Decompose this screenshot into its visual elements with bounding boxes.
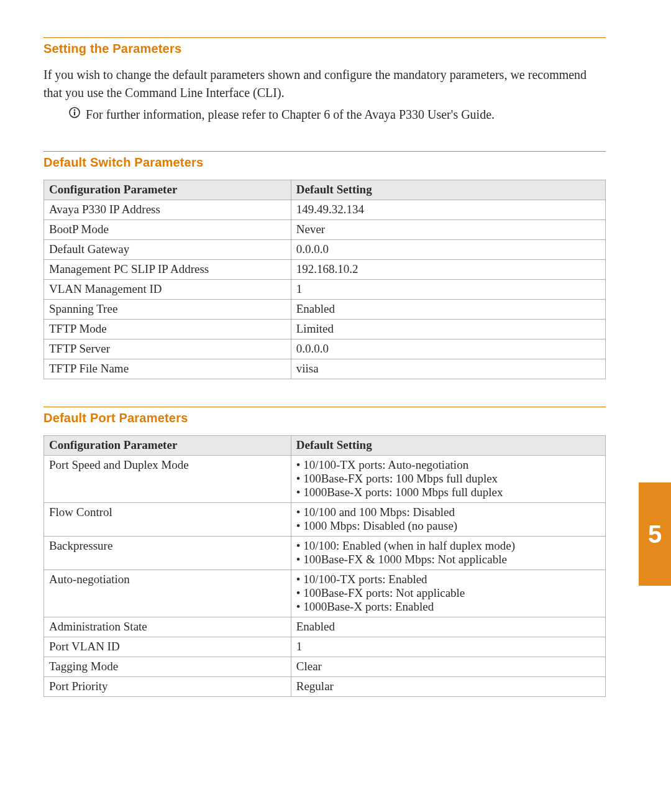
cell-param: TFTP Server <box>44 339 291 359</box>
svg-point-1 <box>74 109 76 111</box>
table-row: Port VLAN ID1 <box>44 637 606 657</box>
list-item: 100Base-FX & 1000 Mbps: Not applicable <box>296 553 600 566</box>
list-item: 10/100: Enabled (when in half duplex mod… <box>296 539 600 553</box>
table-row: TFTP File Nameviisa <box>44 359 606 379</box>
cell-param: Administration State <box>44 617 291 637</box>
list-item: 1000Base-X ports: 1000 Mbps full duplex <box>296 486 600 499</box>
cell-setting: 10/100-TX ports: Auto-negotiation100Base… <box>291 456 605 503</box>
table-row: Spanning TreeEnabled <box>44 300 606 320</box>
section-rule <box>43 151 606 152</box>
cell-setting: Clear <box>291 657 605 677</box>
table-switch-parameters: Configuration Parameter Default Setting … <box>43 180 606 379</box>
cell-setting: 0.0.0.0 <box>291 240 605 260</box>
table-row: TFTP ModeLimited <box>44 320 606 339</box>
cell-list: 10/100-TX ports: Auto-negotiation100Base… <box>296 458 600 499</box>
svg-rect-2 <box>74 112 75 116</box>
list-item: 10/100-TX ports: Auto-negotiation <box>296 458 600 472</box>
list-item: 100Base-FX ports: Not applicable <box>296 586 600 600</box>
cell-list: 10/100-TX ports: Enabled100Base-FX ports… <box>296 573 600 614</box>
table-row: Tagging ModeClear <box>44 657 606 677</box>
cell-param: Management PC SLIP IP Address <box>44 260 291 280</box>
page-tab-number: 5 <box>648 520 662 548</box>
cell-list: 10/100 and 100 Mbps: Disabled1000 Mbps: … <box>296 505 600 533</box>
info-icon <box>68 106 81 124</box>
table-row: Administration StateEnabled <box>44 617 606 637</box>
section-rule <box>43 407 606 407</box>
cell-param: Spanning Tree <box>44 300 291 320</box>
heading-default-port-parameters: Default Port Parameters <box>43 411 606 425</box>
cell-param: TFTP Mode <box>44 320 291 339</box>
info-note: For further information, please refer to… <box>68 106 606 124</box>
cell-param: Port Priority <box>44 677 291 697</box>
heading-setting-parameters: Setting the Parameters <box>43 42 606 56</box>
cell-param: Port Speed and Duplex Mode <box>44 456 291 503</box>
table-row: Backpressure10/100: Enabled (when in hal… <box>44 537 606 570</box>
cell-setting: 0.0.0.0 <box>291 339 605 359</box>
cell-setting: 10/100: Enabled (when in half duplex mod… <box>291 537 605 570</box>
col-header-default-setting: Default Setting <box>291 436 605 456</box>
cell-param: Flow Control <box>44 503 291 537</box>
cell-setting: Limited <box>291 320 605 339</box>
cell-setting: Regular <box>291 677 605 697</box>
cell-param: Port VLAN ID <box>44 637 291 657</box>
cell-setting: 1 <box>291 280 605 300</box>
section-rule <box>43 37 606 38</box>
cell-setting: viisa <box>291 359 605 379</box>
table-row: Avaya P330 IP Address149.49.32.134 <box>44 200 606 220</box>
table-row: Flow Control10/100 and 100 Mbps: Disable… <box>44 503 606 537</box>
page-tab: 5 <box>639 482 671 586</box>
list-item: 100Base-FX ports: 100 Mbps full duplex <box>296 472 600 486</box>
cell-setting: 149.49.32.134 <box>291 200 605 220</box>
cell-setting: Never <box>291 220 605 240</box>
cell-setting: 10/100 and 100 Mbps: Disabled1000 Mbps: … <box>291 503 605 537</box>
table-header-row: Configuration Parameter Default Setting <box>44 436 606 456</box>
cell-setting: 192.168.10.2 <box>291 260 605 280</box>
table-header-row: Configuration Parameter Default Setting <box>44 180 606 200</box>
cell-setting: 1 <box>291 637 605 657</box>
table-row: Port PriorityRegular <box>44 677 606 697</box>
col-header-configuration-parameter: Configuration Parameter <box>44 436 291 456</box>
list-item: 10/100 and 100 Mbps: Disabled <box>296 505 600 519</box>
list-item: 1000Base-X ports: Enabled <box>296 600 600 614</box>
table-row: Default Gateway0.0.0.0 <box>44 240 606 260</box>
cell-param: TFTP File Name <box>44 359 291 379</box>
table-row: Auto-negotiation10/100-TX ports: Enabled… <box>44 570 606 617</box>
cell-setting: Enabled <box>291 617 605 637</box>
cell-param: Backpressure <box>44 537 291 570</box>
cell-param: VLAN Management ID <box>44 280 291 300</box>
heading-default-switch-parameters: Default Switch Parameters <box>43 155 606 170</box>
cell-list: 10/100: Enabled (when in half duplex mod… <box>296 539 600 566</box>
setting-parameters-body: If you wish to change the default parame… <box>43 66 606 102</box>
table-row: VLAN Management ID1 <box>44 280 606 300</box>
table-port-parameters: Configuration Parameter Default Setting … <box>43 435 606 697</box>
list-item: 1000 Mbps: Disabled (no pause) <box>296 519 600 533</box>
col-header-configuration-parameter: Configuration Parameter <box>44 180 291 200</box>
list-item: 10/100-TX ports: Enabled <box>296 573 600 586</box>
info-note-text: For further information, please refer to… <box>86 106 495 124</box>
col-header-default-setting: Default Setting <box>291 180 605 200</box>
table-row: BootP ModeNever <box>44 220 606 240</box>
cell-param: BootP Mode <box>44 220 291 240</box>
table-row: Port Speed and Duplex Mode10/100-TX port… <box>44 456 606 503</box>
cell-param: Tagging Mode <box>44 657 291 677</box>
cell-param: Avaya P330 IP Address <box>44 200 291 220</box>
cell-param: Default Gateway <box>44 240 291 260</box>
table-row: Management PC SLIP IP Address192.168.10.… <box>44 260 606 280</box>
table-row: TFTP Server0.0.0.0 <box>44 339 606 359</box>
cell-setting: 10/100-TX ports: Enabled100Base-FX ports… <box>291 570 605 617</box>
cell-param: Auto-negotiation <box>44 570 291 617</box>
cell-setting: Enabled <box>291 300 605 320</box>
